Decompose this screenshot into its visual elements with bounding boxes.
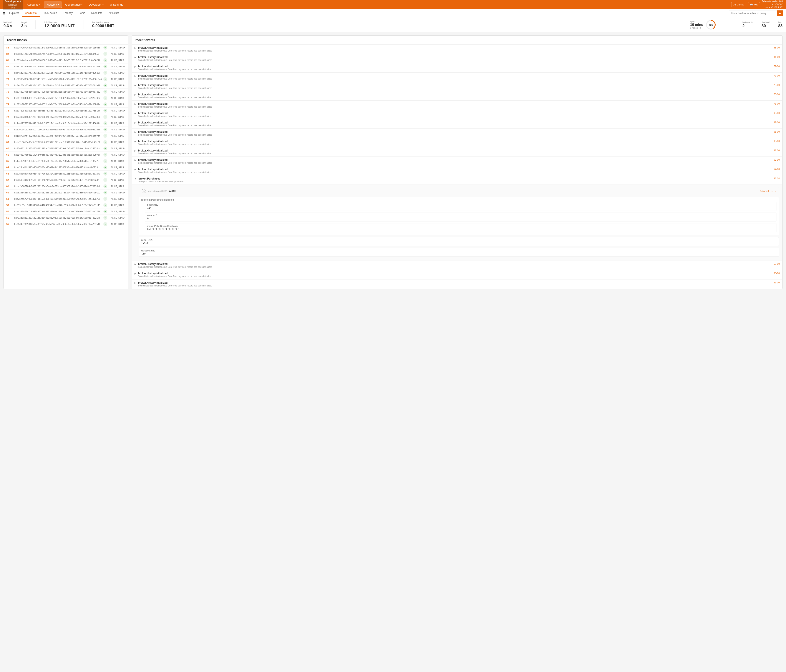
event-header[interactable]: ▶ broker.HistoryInitialized Some histori… — [132, 63, 782, 72]
table-row[interactable]: 58 0x893e35cd901201189a641840694a2ddd3fb… — [4, 202, 128, 208]
table-row[interactable]: 72 0x92316d8b6464271738216b4c64a2e2522d0… — [4, 114, 128, 120]
event-ref[interactable]: 51-00 — [773, 281, 780, 284]
tab-chain-info[interactable]: Chain info — [22, 10, 40, 17]
block-number[interactable]: 71 — [6, 122, 13, 124]
event-ref[interactable]: 83-00 — [773, 46, 780, 49]
block-number[interactable]: 76 — [6, 90, 13, 93]
block-number[interactable]: 83 — [6, 46, 13, 49]
event-header[interactable]: ▼ broker.Purchased A Region of Bulk Core… — [132, 175, 782, 184]
block-number[interactable]: 60 — [6, 191, 13, 194]
table-row[interactable]: 59 0xc2bfa672f99eda64ab1535d38401c0c98b5… — [4, 196, 128, 202]
search-input[interactable] — [729, 11, 777, 16]
nav-developer[interactable]: Developer ▾ — [86, 2, 106, 8]
event-ref[interactable]: 55-00 — [773, 263, 780, 265]
table-row[interactable]: 67 0x41e501c1f9034828281995ac15865597b92… — [4, 145, 128, 152]
nav-governance[interactable]: Governance ▾ — [63, 2, 85, 8]
block-number[interactable]: 59 — [6, 198, 13, 200]
event-header[interactable]: ▶ broker.HistoryInitialized Some histori… — [132, 129, 782, 138]
table-row[interactable]: 75 0x34ffe04eb06f121edd261e56abdb1771f00… — [4, 95, 128, 101]
event-header[interactable]: ▶ broker.HistoryInitialized Some histori… — [132, 280, 782, 289]
event-header[interactable]: ▶ broker.HistoryInitialized Some histori… — [132, 270, 782, 279]
block-number[interactable]: 66 — [6, 153, 13, 156]
block-number[interactable]: 69 — [6, 135, 13, 137]
event-ref[interactable]: 81-00 — [773, 56, 780, 58]
event-header[interactable]: ▶ broker.HistoryInitialized Some histori… — [132, 261, 782, 270]
table-row[interactable]: 71 0x1cad27697d4a847fdeb9d586717a1aee8cc… — [4, 120, 128, 126]
event-ref[interactable]: 56-04 — [773, 177, 780, 180]
block-number[interactable]: 79 — [6, 71, 13, 74]
table-row[interactable]: 80 0x38f0e38beb742bbf61de7fa0460b513a985… — [4, 63, 128, 70]
tab-block-details[interactable]: Block details — [40, 10, 60, 17]
table-row[interactable]: 76 0xc74a93fab28f658b027529856f16e3c2e05… — [4, 89, 128, 95]
event-ref[interactable]: 69-00 — [773, 112, 780, 114]
table-row[interactable]: 69 0x15873dfd48020a9590cc5360727e7a80d4c… — [4, 133, 128, 139]
event-header[interactable]: ▶ broker.HistoryInitialized Some histori… — [132, 44, 782, 54]
table-row[interactable]: 77 0x8ecf54b63e2b38f1d52c2d1896ddcf437b9… — [4, 82, 128, 89]
table-row[interactable]: 65 0x1dc8b90918afdb3cf970a0590f24cd1c91a… — [4, 158, 128, 164]
table-row[interactable]: 79 0xd4ad7c031fd75f9ed92d7c59251a4f5d5ef… — [4, 70, 128, 76]
event-header[interactable]: ▶ broker.HistoryInitialized Some histori… — [132, 101, 782, 110]
table-row[interactable]: 61 0xbefa687784a2487f38108db6a4e9e319caa… — [4, 183, 128, 189]
event-ref[interactable]: 65-00 — [773, 131, 780, 133]
table-row[interactable]: 57 0xef3638764fdb915ca17ea8d153366ee2614… — [4, 208, 128, 215]
block-number[interactable]: 68 — [6, 141, 13, 143]
brand-button[interactable]: Development node/268 #63 — [3, 0, 23, 10]
tab-node-info[interactable]: Node info — [88, 10, 105, 17]
event-header[interactable]: ▶ broker.HistoryInitialized Some histori… — [132, 82, 782, 91]
table-row[interactable]: 66 0x59f403fa94631426b49dfbb07c43ffe3192… — [4, 152, 128, 158]
github-link[interactable]: ⎇ GitHub — [731, 2, 746, 7]
block-number[interactable]: 65 — [6, 160, 13, 162]
block-number[interactable]: 64 — [6, 166, 13, 168]
block-number[interactable]: 56 — [6, 216, 13, 219]
event-header[interactable]: ▶ broker.HistoryInitialized Some histori… — [132, 166, 782, 175]
block-number[interactable]: 55 — [6, 223, 13, 225]
event-ref[interactable]: 71-00 — [773, 102, 780, 105]
table-row[interactable]: 70 0x570cacc02dae4c77ce0c2d9caa1be8158ee… — [4, 126, 128, 133]
event-ref[interactable]: 63-00 — [773, 140, 780, 142]
block-number[interactable]: 81 — [6, 59, 13, 61]
event-ref[interactable]: 61-00 — [773, 149, 780, 152]
nav-accounts[interactable]: Accounts ▾ — [24, 2, 43, 8]
table-row[interactable]: 56 0x712d6de012616d21da3e8f8338320c7555e… — [4, 215, 128, 221]
event-header[interactable]: ▶ broker.HistoryInitialized Some histori… — [132, 119, 782, 129]
wiki-link[interactable]: 📖 Wiki — [748, 2, 760, 7]
block-number[interactable]: 77 — [6, 84, 13, 87]
table-row[interactable]: 82 0x088421c1c5bb0baa116fb575ede4557d258… — [4, 51, 128, 57]
event-header[interactable]: ▶ broker.HistoryInitialized Some histori… — [132, 91, 782, 101]
tab-api-stats[interactable]: API stats — [105, 10, 122, 17]
event-ref[interactable]: 77-00 — [773, 74, 780, 77]
table-row[interactable]: 81 0x313afa1aeaa6891bfb6130fcbd5fd6ea921… — [4, 57, 128, 63]
tab-latency[interactable]: Latency — [60, 10, 75, 17]
event-ref[interactable]: 75-00 — [773, 84, 780, 86]
event-header[interactable]: ▶ broker.HistoryInitialized Some histori… — [132, 110, 782, 119]
event-header[interactable]: ▶ broker.HistoryInitialized Some histori… — [132, 138, 782, 147]
block-number[interactable]: 67 — [6, 147, 13, 150]
block-number[interactable]: 57 — [6, 210, 13, 213]
block-number[interactable]: 72 — [6, 116, 13, 118]
block-number[interactable]: 63 — [6, 172, 13, 175]
block-number[interactable]: 80 — [6, 65, 13, 68]
block-number[interactable]: 61 — [6, 185, 13, 187]
block-number[interactable]: 74 — [6, 103, 13, 105]
table-row[interactable]: 63 0xd7d9ce37c9d69364f0f7e6d2e3e42160af9… — [4, 171, 128, 177]
block-number[interactable]: 70 — [6, 128, 13, 131]
table-row[interactable]: 83 0x91472d7dc4de64dad91443ed89962a25a8e… — [4, 44, 128, 51]
table-row[interactable]: 78 0x80993d896ff8dd1349f597ebc659d945116… — [4, 76, 128, 82]
event-ref[interactable]: 79-00 — [773, 65, 780, 68]
block-number[interactable]: 58 — [6, 204, 13, 206]
nav-network[interactable]: Network ▾ — [44, 2, 62, 8]
event-header[interactable]: ▶ broker.HistoryInitialized Some histori… — [132, 72, 782, 82]
table-row[interactable]: 62 0x9060930123895a84b618a871f50e33bc7a8… — [4, 177, 128, 183]
event-ref[interactable]: 59-00 — [773, 159, 780, 161]
block-number[interactable]: 75 — [6, 97, 13, 99]
block-number[interactable]: 62 — [6, 179, 13, 181]
table-row[interactable]: 74 0x025b7b722553e977eab9372b4b3c7fef208… — [4, 101, 128, 108]
table-row[interactable]: 68 0xda7c3613a85e9b328f35d696731b137lbbc… — [4, 139, 128, 145]
table-row[interactable]: 55 0x36d4e7809842b2de33758e40db556edd8ae… — [4, 221, 128, 227]
block-number[interactable]: 78 — [6, 78, 13, 80]
block-number[interactable]: 82 — [6, 53, 13, 55]
event-header[interactable]: ▶ broker.HistoryInitialized Some histori… — [132, 54, 782, 63]
event-ref[interactable]: 57-00 — [773, 168, 780, 170]
event-header[interactable]: ▶ broker.HistoryInitialized Some histori… — [132, 157, 782, 166]
event-ref[interactable]: 67-00 — [773, 121, 780, 124]
